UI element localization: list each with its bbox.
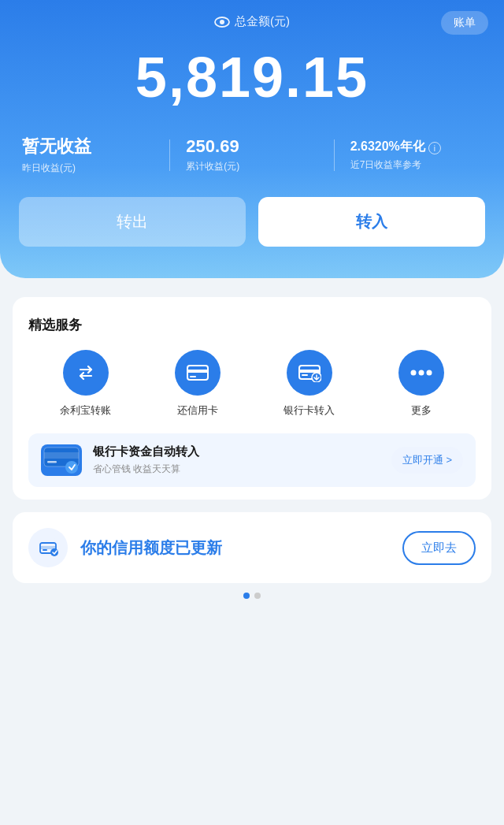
service-label-credit-card: 还信用卡 bbox=[177, 403, 218, 418]
top-bar: 总金额(元) 账单 bbox=[0, 0, 504, 37]
promo-title: 银行卡资金自动转入 bbox=[93, 444, 380, 459]
svg-point-10 bbox=[418, 370, 424, 376]
rate-row: 2.6320%年化 i bbox=[350, 139, 482, 158]
rate-label: 近7日收益率参考 bbox=[350, 158, 482, 172]
credit-go-button[interactable]: 立即去 bbox=[402, 531, 476, 565]
dot-2 bbox=[254, 593, 261, 599]
promo-banner: 银行卡资金自动转入 省心管钱 收益天天算 立即开通 > bbox=[28, 433, 476, 487]
svg-rect-19 bbox=[43, 549, 47, 551]
services-title: 精选服务 bbox=[28, 316, 476, 334]
transfer-in-button[interactable]: 转入 bbox=[258, 197, 485, 247]
service-label-transfer: 余利宝转账 bbox=[60, 403, 111, 418]
svg-point-14 bbox=[65, 461, 78, 474]
cumulative-value: 250.69 bbox=[186, 136, 317, 157]
service-item-transfer[interactable]: 余利宝转账 bbox=[60, 350, 111, 418]
svg-rect-13 bbox=[44, 452, 79, 459]
action-buttons: 转出 转入 bbox=[0, 197, 504, 247]
promo-icon bbox=[41, 444, 82, 476]
service-label-bank-transfer: 银行卡转入 bbox=[284, 403, 335, 418]
transfer-out-button[interactable]: 转出 bbox=[19, 197, 246, 247]
dot-1 bbox=[243, 593, 250, 599]
promo-subtitle: 省心管钱 收益天天算 bbox=[93, 463, 380, 476]
bill-button[interactable]: 账单 bbox=[441, 11, 488, 35]
services-card: 精选服务 余利宝转账 bbox=[13, 297, 491, 500]
svg-point-9 bbox=[410, 370, 416, 376]
rate-value: 2.6320%年化 bbox=[350, 139, 425, 155]
yesterday-income-value: 暂无收益 bbox=[22, 135, 154, 158]
pagination-dots bbox=[13, 593, 491, 608]
svg-rect-4 bbox=[190, 376, 196, 377]
total-label: 总金额(元) bbox=[214, 14, 290, 29]
cumulative-label: 累计收益(元) bbox=[186, 160, 317, 173]
svg-rect-3 bbox=[187, 370, 208, 373]
svg-point-20 bbox=[50, 548, 58, 556]
service-label-more: 更多 bbox=[411, 403, 432, 418]
credit-icon bbox=[28, 528, 68, 567]
stats-row: 暂无收益 昨日收益(元) 250.69 累计收益(元) 2.6320%年化 i … bbox=[0, 135, 504, 175]
content-area: 精选服务 余利宝转账 bbox=[0, 266, 504, 608]
header-background: 总金额(元) 账单 5,819.15 暂无收益 昨日收益(元) 250.69 累… bbox=[0, 0, 504, 278]
service-item-more[interactable]: 更多 bbox=[398, 350, 444, 418]
svg-rect-7 bbox=[302, 374, 308, 376]
svg-rect-15 bbox=[47, 461, 57, 463]
yesterday-income-label: 昨日收益(元) bbox=[22, 162, 154, 175]
service-icon-more bbox=[398, 350, 444, 396]
service-icon-bank-transfer bbox=[287, 350, 332, 396]
service-item-bank-transfer[interactable]: 银行卡转入 bbox=[284, 350, 335, 418]
service-icons-row: 余利宝转账 还信用卡 bbox=[28, 350, 476, 418]
stat-divider-2 bbox=[334, 139, 335, 171]
stat-divider-1 bbox=[169, 139, 170, 171]
service-icon-transfer bbox=[63, 350, 109, 396]
cumulative-income: 250.69 累计收益(元) bbox=[186, 136, 317, 173]
yesterday-income: 暂无收益 昨日收益(元) bbox=[22, 135, 154, 175]
service-item-credit-card[interactable]: 还信用卡 bbox=[175, 350, 220, 418]
rate-stat: 2.6320%年化 i 近7日收益率参考 bbox=[350, 139, 482, 172]
eye-icon bbox=[214, 17, 230, 28]
main-amount: 5,819.15 bbox=[0, 45, 504, 110]
credit-text: 你的信用额度已更新 bbox=[80, 537, 390, 559]
credit-card: 你的信用额度已更新 立即去 bbox=[13, 512, 491, 583]
credit-text-normal: 你的信用额度 bbox=[80, 539, 175, 556]
promo-text: 银行卡资金自动转入 省心管钱 收益天天算 bbox=[93, 444, 380, 476]
svg-point-1 bbox=[220, 20, 224, 24]
credit-text-highlight: 已更新 bbox=[175, 539, 222, 556]
svg-point-11 bbox=[426, 370, 432, 376]
info-icon[interactable]: i bbox=[428, 142, 441, 154]
promo-activate-button[interactable]: 立即开通 > bbox=[391, 447, 463, 474]
service-icon-credit-card bbox=[175, 350, 220, 396]
